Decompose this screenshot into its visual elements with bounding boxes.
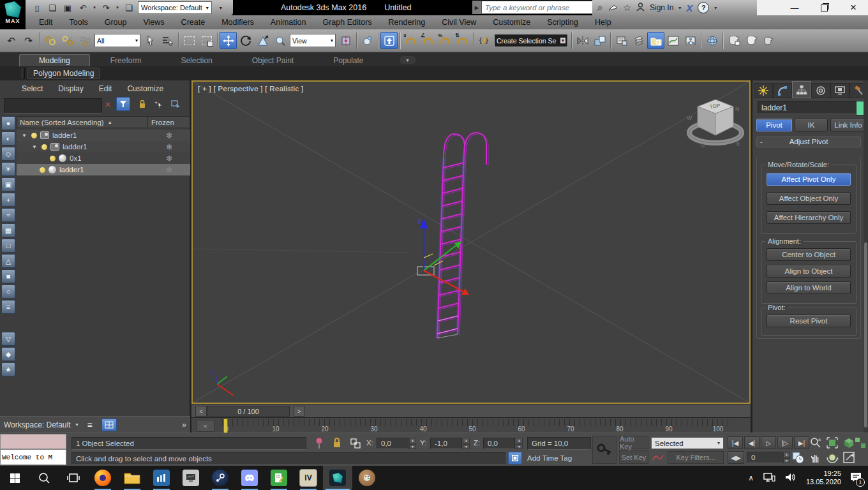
y-coord-spinner[interactable]: ▲▼ (463, 438, 470, 449)
workspace-bar-selector[interactable]: Workspace: Default ▾ (4, 420, 79, 429)
toggle-scene-explorer-icon[interactable] (647, 32, 664, 49)
frame-spinner[interactable]: ▲▼ (783, 452, 790, 463)
ribbon-tab-modeling[interactable]: Modeling (19, 54, 90, 66)
display-all-filter-icon[interactable]: ● (1, 116, 15, 130)
menu-animation[interactable]: Animation (262, 15, 315, 29)
restore-button[interactable] (809, 0, 839, 15)
time-tag-icon[interactable] (508, 452, 522, 464)
use-pivot-point-center-icon[interactable] (337, 32, 354, 49)
auto-key-button[interactable]: Auto Key (619, 436, 648, 449)
menu-customize[interactable]: Customize (484, 15, 539, 29)
absolute-offset-mode-icon[interactable] (350, 438, 361, 451)
affect-hierarchy-only-button[interactable]: Affect Hierarchy Only (767, 211, 851, 224)
node-label[interactable]: ladder1 (59, 166, 84, 174)
explorer-lock-icon[interactable] (135, 97, 149, 111)
zoom-extents-all-icon[interactable] (854, 436, 867, 451)
display-lights-filter-icon[interactable]: ☀ (1, 162, 15, 176)
mirror-icon[interactable] (574, 32, 591, 49)
z-coord-spinner[interactable]: ▲▼ (516, 438, 523, 449)
menu-rendering[interactable]: Rendering (380, 15, 434, 29)
taskbar-iv-app-icon[interactable]: IV (294, 466, 323, 490)
menu-group[interactable]: Group (96, 15, 135, 29)
close-button[interactable]: × (839, 0, 868, 15)
frozen-snowflake-icon[interactable]: ❄ (148, 165, 190, 175)
frozen-snowflake-icon[interactable]: ❄ (148, 154, 190, 163)
ribbon-tab-populate[interactable]: Populate (314, 55, 382, 66)
spinner-snap-toggle-icon[interactable]: ⇅ (454, 32, 471, 49)
command-panel-scrollbar[interactable] (864, 80, 868, 433)
previous-frame-button[interactable]: ◀| (744, 436, 760, 449)
display-tab-icon[interactable] (830, 83, 849, 98)
link-info-tab-button[interactable]: Link Info (830, 119, 866, 131)
window-crossing-toggle-icon[interactable] (198, 32, 215, 49)
tree-row-ladder1-mid[interactable]: ▼ ladder1 ❄ (17, 141, 190, 152)
display-groups-filter-icon[interactable]: ▦ (1, 223, 15, 237)
x-coord-spinner[interactable]: ▲▼ (409, 438, 416, 449)
expand-icon[interactable]: ▼ (22, 133, 28, 138)
isolate-selection-icon[interactable] (314, 437, 324, 452)
taskbar-search-button[interactable] (29, 466, 59, 490)
communication-center-icon[interactable] (608, 3, 618, 13)
z-coord-field[interactable]: 0,0 (483, 438, 515, 449)
explorer-search-input[interactable] (4, 98, 102, 114)
goto-end-button[interactable]: ▶| (794, 436, 809, 449)
menu-create[interactable]: Create (173, 15, 214, 29)
unlink-selection-icon[interactable] (59, 32, 76, 49)
undo-dropdown-icon[interactable]: ▾ (92, 2, 97, 13)
task-view-button[interactable] (59, 466, 88, 490)
key-mode-toggle-button[interactable]: ◀▶ (728, 451, 744, 464)
display-spacewarps-filter-icon[interactable]: ≈ (1, 208, 15, 222)
menu-scripting[interactable]: Scripting (539, 15, 587, 29)
rectangular-selection-region-icon[interactable] (181, 32, 198, 49)
workspace-selector[interactable]: Workspace: Default ▾ (138, 1, 212, 14)
next-frame-button[interactable]: |▷ (777, 436, 793, 449)
taskbar-monitor-app-icon[interactable] (176, 466, 206, 490)
taskbar-discord-icon[interactable] (235, 466, 264, 490)
tree-row-ladder1-selected[interactable]: ladder1 ❄ (17, 164, 190, 175)
column-name[interactable]: Name (Sorted Ascending) ▲ (17, 119, 147, 126)
key-filters-button[interactable]: Key Filters... (668, 451, 724, 464)
undo-scene-icon[interactable]: ↶ (3, 32, 20, 49)
layer-manager-icon[interactable] (613, 32, 630, 49)
pivot-tab-button[interactable]: Pivot (756, 119, 792, 131)
ribbon-minimize-icon[interactable]: ▾ (400, 56, 416, 64)
workspace-grid-icon[interactable] (101, 419, 117, 431)
align-to-world-button[interactable]: Align to World (767, 281, 851, 294)
center-to-object-button[interactable]: Center to Object (767, 248, 851, 261)
motion-tab-icon[interactable] (811, 83, 830, 98)
create-tab-icon[interactable] (754, 83, 773, 98)
affect-object-only-button[interactable]: Affect Object Only (767, 192, 851, 205)
visibility-bulb-icon[interactable] (50, 156, 56, 161)
scrollbar-thumb[interactable] (864, 242, 867, 427)
maxscript-listener-output[interactable]: Welcome to M (0, 449, 66, 465)
mini-curve-editor-icon[interactable]: ≈ (197, 420, 214, 432)
set-key-button[interactable]: Set Key (619, 450, 648, 464)
x-coord-field[interactable]: 0,0 (377, 438, 408, 449)
affect-pivot-only-button[interactable]: Affect Pivot Only (767, 173, 851, 186)
workspace-layers-icon[interactable]: ≡ (82, 419, 98, 431)
expand-icon[interactable]: ▼ (32, 144, 38, 150)
column-frozen[interactable]: Frozen (147, 117, 190, 128)
explorer-pick-select-icon[interactable]: + (152, 97, 166, 111)
exchange-apps-icon[interactable]: X (686, 3, 692, 13)
action-center-icon[interactable]: 1 (850, 472, 862, 484)
explorer-select-children-icon[interactable] (168, 97, 183, 111)
percent-snap-toggle-icon[interactable]: % (437, 32, 454, 49)
redo-scene-icon[interactable]: ↷ (20, 32, 37, 49)
sign-in-dropdown-icon[interactable]: ▾ (678, 5, 681, 11)
display-bones-filter-icon[interactable]: △ (1, 254, 15, 268)
menu-edit[interactable]: Edit (31, 15, 61, 29)
track-bar[interactable]: ≈ 0 10 20 30 40 50 60 70 80 90 100 (191, 417, 751, 433)
viewport-label[interactable]: [ + ] [ Perspective ] [ Realistic ] (198, 85, 304, 93)
edit-named-selection-sets-icon[interactable]: {} (475, 32, 493, 49)
set-keys-button[interactable] (592, 436, 617, 464)
zoom-value-icon[interactable]: ± (809, 436, 822, 451)
node-label[interactable]: 0x1 (70, 154, 82, 162)
node-label[interactable]: ladder1 (52, 131, 77, 139)
goto-start-button[interactable]: |◀ (728, 436, 743, 449)
modify-tab-icon[interactable] (773, 83, 792, 98)
hierarchy-tab-icon[interactable] (792, 81, 811, 98)
play-button[interactable]: ▷ (761, 436, 776, 449)
maxscript-listener-macro-pane[interactable] (0, 434, 66, 449)
menu-views[interactable]: Views (135, 15, 172, 29)
